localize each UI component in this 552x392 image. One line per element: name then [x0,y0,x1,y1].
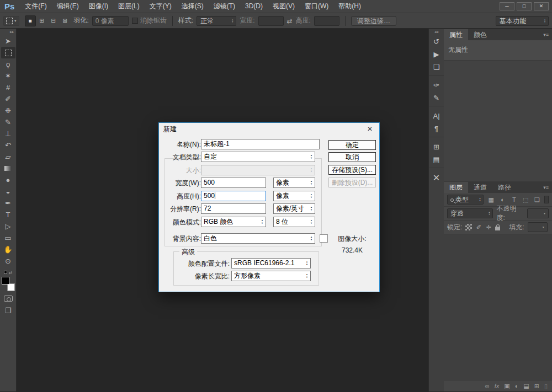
menu-view[interactable]: 视图(V) [268,0,300,13]
save-preset-button[interactable]: 存储预设(S)... [328,165,376,175]
adjustment-layer-icon[interactable]: ◐ [515,383,519,389]
menu-edit[interactable]: 编辑(E) [52,0,84,13]
filter-type-layers-icon[interactable]: T [510,196,518,203]
add-to-selection-button[interactable]: ⊞ [36,15,47,26]
intersect-selection-button[interactable]: ⊠ [60,15,71,26]
move-tool[interactable]: ➤ [1,35,15,47]
new-group-icon[interactable]: ⬓ [523,383,529,390]
spot-healing-brush-tool[interactable]: ❉ [1,105,15,116]
color-mode-select[interactable]: RGB 颜色 [201,217,266,227]
background-color-swatch[interactable] [7,283,15,291]
maximize-button[interactable]: □ [517,2,532,10]
tab-properties[interactable]: 属性 [444,29,468,40]
filter-pixel-layers-icon[interactable]: ▦ [487,196,495,203]
type-tool[interactable]: T [1,209,15,221]
tab-channels[interactable]: 通道 [468,182,492,193]
delete-preset-button[interactable]: 删除预设(D)... [328,178,376,187]
lock-position-icon[interactable]: ✛ [485,224,492,231]
quick-selection-tool[interactable]: ✶ [1,70,15,82]
workspace-switcher[interactable]: 基本功能 [496,16,549,26]
menu-filter[interactable]: 滤镜(T) [209,0,240,13]
color-profile-select[interactable]: sRGB IEC61966-2.1 [231,258,311,269]
blur-tool[interactable]: ● [1,174,15,186]
width-unit-select[interactable]: 像素 [273,178,315,188]
filter-adjustment-layers-icon[interactable]: ◐ [498,196,507,203]
layer-comps-panel-icon[interactable]: ⊞ [430,141,443,153]
paragraph-panel-icon[interactable]: ¶ [430,122,443,135]
default-colors-icon[interactable] [4,271,7,274]
filter-type-select[interactable]: 类型 [447,195,484,205]
refine-edge-button[interactable]: 调整边缘… [351,16,396,26]
tab-layers[interactable]: 图层 [444,182,468,193]
lock-transparency-icon[interactable] [465,224,472,230]
height-unit-select[interactable]: 像素 [273,191,315,201]
lock-pixels-icon[interactable]: ✐ [475,224,482,231]
hand-tool[interactable]: ✋ [1,244,15,255]
tab-paths[interactable]: 路径 [492,182,517,193]
height-input[interactable]: 500 [201,191,266,201]
menu-select[interactable]: 选择(S) [177,0,209,13]
close-button[interactable]: ✕ [534,2,549,10]
panel-menu-icon[interactable]: ▾≡ [543,29,552,40]
width-input[interactable] [258,16,284,26]
crop-tool[interactable]: # [1,82,15,93]
delete-layer-icon[interactable]: ▯ [544,383,548,390]
resolution-input[interactable]: 72 [201,203,266,214]
screen-mode-button[interactable]: ❐ [1,305,15,316]
ok-button[interactable]: 确定 [328,140,376,150]
eraser-tool[interactable]: ▱ [1,151,15,163]
resolution-unit-select[interactable]: 像素/英寸 [273,203,315,214]
filter-shape-layers-icon[interactable]: ⬚ [522,196,530,203]
minimize-button[interactable]: ─ [500,2,514,10]
measurement-log-panel-icon[interactable]: ✕ [430,171,443,184]
foreground-color-swatch[interactable] [2,277,9,284]
history-panel-icon[interactable]: ↺ [430,35,443,48]
actions-panel-icon[interactable]: ▶ [430,48,443,61]
clone-stamp-tool[interactable]: ⊥ [1,128,15,139]
background-color-swatch[interactable] [320,234,328,243]
collapse-toolbar-icon[interactable]: ▸▸ [10,30,16,35]
lock-all-icon[interactable] [495,227,500,230]
brush-panel-icon[interactable]: ✑ [430,79,443,92]
feather-input[interactable]: 0 像素 [92,16,129,26]
layer-style-icon[interactable]: fx [495,383,500,389]
bit-depth-select[interactable]: 8 位 [273,217,315,227]
doc-type-select[interactable]: 自定 [201,152,315,162]
menu-layer[interactable]: 图层(L) [113,0,145,13]
character-panel-icon[interactable]: A| [430,110,443,122]
swap-dimensions-icon[interactable]: ⇄ [287,17,293,25]
zoom-tool[interactable]: ⊙ [1,255,15,267]
dodge-tool[interactable]: ◒ [1,186,15,197]
menu-help[interactable]: 帮助(H) [333,0,366,13]
swap-colors-icon[interactable]: ⇄ [9,270,13,275]
rectangle-tool[interactable]: ▭ [1,232,15,244]
size-select[interactable] [201,165,315,175]
background-select[interactable]: 白色 [201,233,315,244]
pixel-aspect-select[interactable]: 方形像素 [231,271,311,281]
style-select[interactable]: 正常 [197,16,236,26]
quick-mask-button[interactable] [4,296,13,302]
expand-panels-icon[interactable]: ◂◂ [434,30,438,35]
lasso-tool[interactable]: ϙ [1,58,15,70]
tab-color[interactable]: 颜色 [468,29,492,40]
brush-tool[interactable]: ✎ [1,116,15,128]
history-brush-tool[interactable]: ↶ [1,139,15,151]
dialog-close-icon[interactable]: ✕ [365,125,375,133]
new-layer-icon[interactable]: ⊞ [534,383,539,390]
notes-panel-icon[interactable]: ▤ [430,153,443,166]
pen-tool[interactable]: ✒ [1,197,15,209]
menu-window[interactable]: 窗口(W) [300,0,333,13]
path-selection-tool[interactable]: ▷ [1,221,15,232]
brush-presets-panel-icon[interactable]: ✎ [430,92,443,104]
adjustments-panel-icon[interactable]: ❏ [430,61,443,73]
cancel-button[interactable]: 取消 [328,152,376,162]
menu-file[interactable]: 文件(F) [20,0,51,13]
link-layers-icon[interactable]: ∞ [485,383,490,389]
add-layer-mask-icon[interactable]: ▣ [504,383,509,390]
antialias-checkbox[interactable] [132,18,138,24]
opacity-select[interactable] [527,208,549,218]
rectangular-marquee-tool[interactable] [1,47,15,58]
menu-image[interactable]: 图像(I) [84,0,113,13]
filter-on-off-toggle[interactable] [544,196,549,203]
dialog-title-bar[interactable]: 新建 ✕ [159,123,379,135]
